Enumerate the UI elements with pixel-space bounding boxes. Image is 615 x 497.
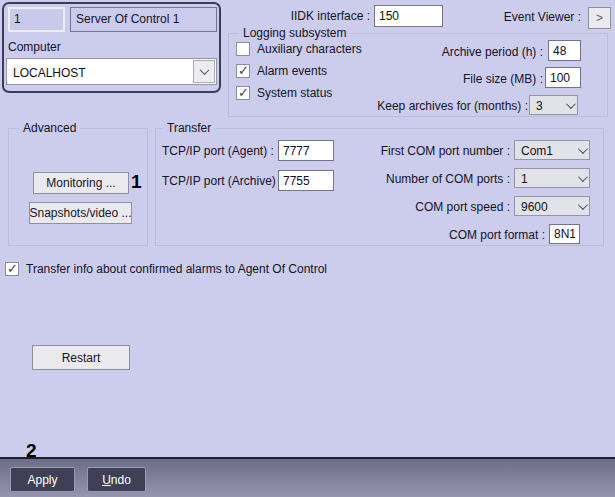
archive-period-input[interactable]	[548, 40, 581, 61]
alarm-events-checkbox[interactable]	[236, 64, 250, 78]
com-port-format-input[interactable]	[549, 224, 580, 244]
chevron-down-icon	[578, 200, 588, 210]
undo-label-rest: ndo	[111, 473, 131, 487]
transfer-info-checkbox[interactable]	[5, 262, 19, 276]
transfer-info-label: Transfer info about confirmed alarms to …	[26, 262, 327, 276]
auxiliary-characters-checkbox[interactable]	[236, 42, 250, 56]
event-viewer-button[interactable]: >	[588, 7, 611, 29]
file-size-input[interactable]	[545, 67, 581, 88]
chevron-down-icon	[578, 144, 588, 154]
file-size-label: File size (MB) :	[463, 72, 543, 86]
tcpip-archive-label: TCP/IP port (Archive) :	[162, 174, 282, 188]
iidk-interface-label: IIDK interface :	[291, 9, 370, 23]
transfer-info-row: Transfer info about confirmed alarms to …	[5, 261, 327, 276]
annotation-1: 1	[131, 171, 142, 193]
computer-select-value: LOCALHOST	[7, 63, 86, 80]
first-com-port-label: First COM port number :	[381, 144, 510, 158]
alarm-events-row: Alarm events	[236, 63, 327, 78]
monitoring-button[interactable]: Monitoring ...	[33, 172, 129, 194]
number-com-ports-select[interactable]: 1	[514, 168, 590, 188]
number-com-ports-label: Number of COM ports :	[386, 172, 510, 186]
tcpip-agent-label: TCP/IP port (Agent) :	[162, 144, 274, 158]
auxiliary-characters-row: Auxiliary characters	[236, 41, 362, 56]
first-com-port-select[interactable]: Com1	[514, 140, 590, 160]
iidk-interface-input[interactable]	[374, 5, 443, 27]
system-status-row: System status	[236, 85, 332, 100]
object-name-field[interactable]: Server Of Control 1	[70, 7, 217, 32]
event-viewer-label: Event Viewer :	[504, 10, 581, 24]
keep-archives-select[interactable]: 3	[529, 95, 578, 115]
restart-button[interactable]: Restart	[32, 345, 130, 370]
number-com-ports-value: 1	[521, 171, 528, 186]
system-status-checkbox[interactable]	[236, 86, 250, 100]
com-port-speed-label: COM port speed :	[415, 200, 510, 214]
apply-button[interactable]: Apply	[10, 467, 75, 492]
chevron-down-icon	[566, 99, 576, 109]
com-port-format-label: COM port format :	[449, 228, 545, 242]
undo-button[interactable]: Undo	[87, 467, 146, 492]
tcpip-archive-input[interactable]	[278, 170, 334, 191]
computer-select[interactable]: LOCALHOST	[6, 58, 217, 85]
auxiliary-characters-label: Auxiliary characters	[257, 42, 362, 56]
alarm-events-label: Alarm events	[257, 64, 327, 78]
chevron-down-icon	[578, 172, 588, 182]
keep-archives-value: 3	[536, 98, 543, 113]
settings-panel: 1 Server Of Control 1 Computer LOCALHOST…	[0, 0, 615, 497]
transfer-title: Transfer	[163, 121, 215, 135]
com-port-speed-value: 9600	[521, 199, 548, 214]
chevron-down-icon[interactable]	[193, 60, 215, 83]
object-id-field[interactable]: 1	[8, 7, 65, 32]
annotation-2: 2	[26, 440, 37, 462]
keep-archives-label: Keep archives for (months) :	[377, 99, 528, 113]
archive-period-label: Archive period (h) :	[442, 45, 543, 59]
snapshots-video-button[interactable]: Snapshots/video ...	[29, 202, 132, 224]
undo-accelerator: U	[102, 473, 111, 487]
tcpip-agent-input[interactable]	[278, 140, 334, 161]
system-status-label: System status	[257, 86, 332, 100]
com-port-speed-select[interactable]: 9600	[514, 196, 590, 216]
computer-label: Computer	[8, 40, 61, 54]
advanced-title: Advanced	[19, 121, 80, 135]
logging-subsystem-title: Logging subsystem	[239, 26, 350, 40]
first-com-port-value: Com1	[521, 143, 553, 158]
